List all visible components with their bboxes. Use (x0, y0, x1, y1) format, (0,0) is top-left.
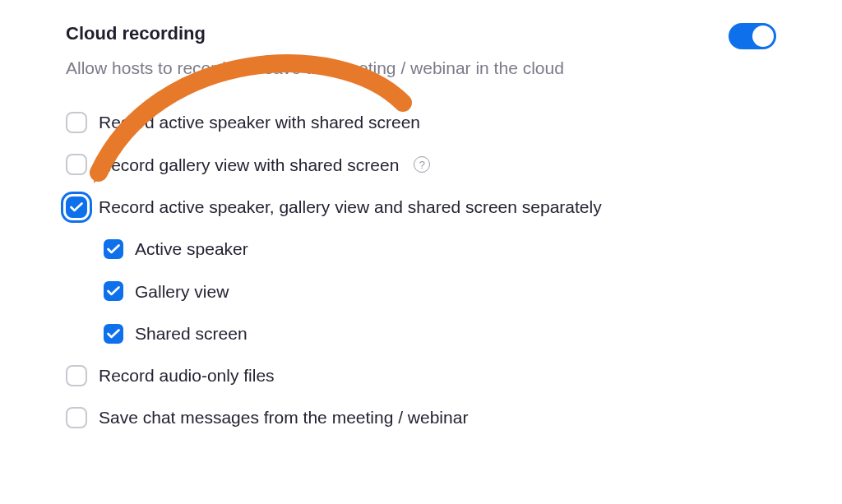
sub-option-gallery-view: Gallery view (104, 280, 776, 303)
setting-description: Allow hosts to record and save the meeti… (66, 56, 776, 80)
toggle-knob (752, 25, 774, 47)
sub-option-shared-screen: Shared screen (104, 322, 776, 344)
option-label: Gallery view (135, 280, 229, 303)
checkbox-record-audio-only[interactable] (66, 365, 87, 386)
option-label: Record audio-only files (99, 364, 275, 386)
check-icon (107, 286, 120, 296)
option-label: Record gallery view with shared screen (99, 154, 399, 176)
sub-option-active-speaker: Active speaker (104, 238, 776, 260)
check-icon (107, 244, 120, 254)
option-record-gallery-shared: Record gallery view with shared screen ? (66, 154, 776, 176)
help-icon[interactable]: ? (414, 156, 430, 173)
option-label: Shared screen (135, 322, 248, 344)
option-label: Save chat messages from the meeting / we… (99, 406, 468, 428)
option-label: Active speaker (135, 238, 248, 260)
checkbox-gallery-view[interactable] (104, 281, 123, 301)
checkbox-record-active-speaker-shared[interactable] (66, 112, 87, 133)
checkbox-record-gallery-shared[interactable] (66, 154, 87, 175)
check-icon (107, 329, 120, 339)
option-record-active-speaker-shared: Record active speaker with shared screen (66, 111, 776, 133)
option-label: Record active speaker, gallery view and … (99, 196, 602, 218)
setting-title: Cloud recording (66, 23, 206, 44)
checkbox-shared-screen[interactable] (104, 324, 123, 344)
checkbox-active-speaker[interactable] (104, 239, 123, 259)
option-record-audio-only: Record audio-only files (66, 364, 776, 386)
option-record-separately-group: Record active speaker, gallery view and … (66, 196, 776, 344)
sub-options: Active speaker Gallery view Shared scree… (104, 238, 776, 344)
recording-options-list: Record active speaker with shared screen… (66, 111, 776, 428)
option-save-chat: Save chat messages from the meeting / we… (66, 406, 776, 428)
option-label: Record active speaker with shared screen (99, 111, 420, 133)
checkbox-record-separately[interactable] (66, 197, 87, 218)
cloud-recording-toggle[interactable] (729, 23, 776, 49)
option-record-separately: Record active speaker, gallery view and … (66, 196, 776, 218)
check-icon (70, 202, 83, 212)
checkbox-save-chat[interactable] (66, 407, 87, 428)
